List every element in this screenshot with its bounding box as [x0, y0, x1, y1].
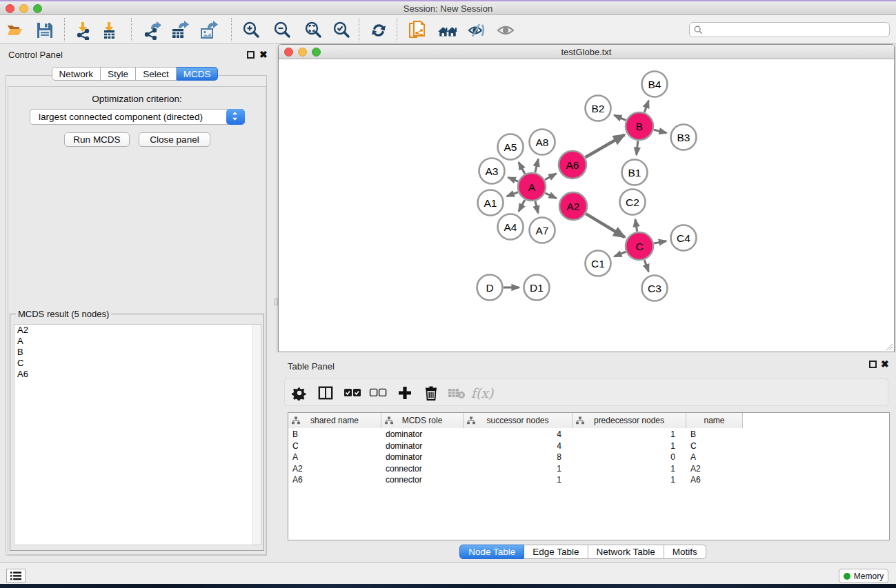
graph-edge-A-A4[interactable]: [519, 200, 525, 212]
cell-shared-name[interactable]: B: [288, 429, 381, 440]
control-tab-network[interactable]: Network: [52, 67, 101, 81]
graph-node-A3[interactable]: A3: [479, 159, 505, 184]
delete-column-button[interactable]: [421, 383, 441, 403]
graph-node-B2[interactable]: B2: [586, 96, 611, 121]
export-table-button[interactable]: [169, 20, 190, 41]
mcds-result-list[interactable]: A2ABCA6: [14, 324, 261, 545]
select-all-rows-button[interactable]: [342, 383, 363, 403]
cell-predecessor-nodes[interactable]: 1: [573, 440, 686, 452]
cell-successor-nodes[interactable]: 4: [464, 429, 573, 440]
graph-node-B[interactable]: B: [626, 112, 653, 140]
show-panels-list-button[interactable]: [6, 569, 26, 582]
delete-table-button[interactable]: [446, 383, 467, 403]
duplicate-network-button[interactable]: [407, 20, 428, 41]
graph-edge-B-B1[interactable]: [637, 141, 638, 154]
criterion-dropdown[interactable]: largest connected component (directed): [30, 109, 245, 125]
mcds-result-item[interactable]: B: [14, 347, 261, 358]
table-tab-motifs[interactable]: Motifs: [664, 545, 706, 559]
zoom-selected-button[interactable]: [331, 20, 352, 41]
column-header-name[interactable]: name: [686, 413, 743, 428]
cell-name[interactable]: C: [686, 440, 743, 452]
search-input[interactable]: [703, 23, 889, 36]
close-panel-icon[interactable]: ✖: [259, 50, 268, 59]
graph-edge-B-B2[interactable]: [614, 115, 626, 120]
save-session-button[interactable]: [34, 20, 55, 41]
cell-predecessor-nodes[interactable]: 1: [573, 474, 686, 485]
graph-node-B4[interactable]: B4: [642, 72, 668, 97]
float-panel-icon[interactable]: [247, 51, 255, 59]
zoom-fit-button[interactable]: [303, 20, 323, 41]
cell-MCDS-role[interactable]: dominator: [381, 452, 464, 463]
zoom-in-button[interactable]: [241, 20, 261, 41]
graph-node-C4[interactable]: C4: [671, 225, 697, 251]
column-header-MCDS-role[interactable]: MCDS role: [381, 413, 464, 428]
graph-node-A5[interactable]: A5: [498, 134, 524, 160]
graph-node-C1[interactable]: C1: [586, 251, 611, 276]
mcds-result-item[interactable]: A6: [14, 369, 261, 380]
close-panel-button[interactable]: Close panel: [139, 132, 210, 147]
cell-name[interactable]: B: [686, 429, 743, 440]
table-row-C[interactable]: Cdominator41C: [288, 440, 889, 452]
cell-predecessor-nodes[interactable]: 1: [573, 463, 686, 474]
table-settings-button[interactable]: [289, 383, 310, 403]
graph-edge-A-A5[interactable]: [519, 162, 525, 174]
clear-selection-button[interactable]: [368, 383, 388, 403]
graph-node-C2[interactable]: C2: [620, 190, 646, 215]
show-column-panel-button[interactable]: [315, 383, 336, 403]
control-tab-style[interactable]: Style: [101, 67, 136, 81]
graph-node-C[interactable]: C: [626, 232, 653, 260]
cell-name[interactable]: A2: [686, 463, 743, 474]
cell-shared-name[interactable]: C: [288, 440, 381, 452]
graph-edge-C-C2[interactable]: [635, 219, 637, 232]
graph-node-D1[interactable]: D1: [524, 275, 550, 301]
graph-node-A4[interactable]: A4: [498, 214, 524, 240]
result-list-scrollbar[interactable]: [252, 325, 261, 545]
table-tab-edge-table[interactable]: Edge Table: [524, 545, 588, 559]
run-mcds-button[interactable]: Run MCDS: [64, 132, 130, 147]
float-table-panel-icon[interactable]: [869, 361, 877, 368]
graph-node-A1[interactable]: A1: [478, 190, 504, 216]
graph-node-A6[interactable]: A6: [559, 151, 586, 179]
graph-edge-A-A2[interactable]: [545, 193, 556, 198]
cell-shared-name[interactable]: A2: [288, 463, 381, 474]
zoom-out-button[interactable]: [272, 20, 292, 41]
graph-edge-B-B4[interactable]: [644, 101, 648, 112]
search-field[interactable]: [689, 22, 890, 37]
graph-node-A2[interactable]: A2: [559, 192, 587, 220]
cell-MCDS-role[interactable]: dominator: [381, 429, 464, 440]
window-resize-grip[interactable]: [886, 343, 893, 350]
mcds-result-item[interactable]: A: [14, 336, 261, 347]
table-row-A2[interactable]: A2connector11A2: [288, 463, 889, 474]
cell-predecessor-nodes[interactable]: 1: [573, 429, 686, 440]
export-network-button[interactable]: [141, 20, 162, 41]
refresh-network-button[interactable]: [368, 20, 389, 41]
graph-node-A8[interactable]: A8: [530, 130, 555, 155]
network-graph-canvas[interactable]: AA1A3A5A8A4A7A6A2BB2B4B3B1CC2C4C1C3DD1: [279, 60, 894, 352]
graph-edge-C-C4[interactable]: [654, 241, 666, 243]
hide-selected-button[interactable]: [467, 20, 488, 41]
graph-node-A7[interactable]: A7: [530, 218, 555, 243]
memory-button[interactable]: Memory: [839, 569, 888, 583]
cell-MCDS-role[interactable]: connector: [381, 474, 464, 485]
column-header-shared-name[interactable]: shared name: [288, 413, 381, 428]
column-header-successor-nodes[interactable]: successor nodes: [464, 413, 573, 428]
graph-edge-A-A6[interactable]: [545, 174, 556, 180]
show-selected-button[interactable]: [495, 20, 516, 41]
graph-node-B3[interactable]: B3: [671, 125, 697, 150]
graph-edge-C-C1[interactable]: [615, 252, 626, 256]
cell-name[interactable]: A6: [686, 474, 743, 485]
open-session-button[interactable]: [5, 20, 26, 41]
graph-node-C3[interactable]: C3: [642, 276, 668, 301]
cell-name[interactable]: A: [686, 452, 743, 463]
graph-edge-A6-B[interactable]: [586, 134, 625, 157]
graph-edge-A2-C[interactable]: [586, 214, 624, 237]
export-image-button[interactable]: [198, 20, 219, 41]
node-table[interactable]: shared nameMCDS rolesuccessor nodesprede…: [288, 412, 890, 540]
graph-node-A[interactable]: A: [518, 173, 546, 201]
graph-edge-C-C3[interactable]: [644, 260, 648, 272]
cell-successor-nodes[interactable]: 4: [464, 440, 573, 452]
graph-edge-A-A7[interactable]: [535, 201, 538, 213]
graph-edge-B-B3[interactable]: [654, 130, 666, 133]
column-header-predecessor-nodes[interactable]: predecessor nodes: [573, 413, 686, 428]
cell-shared-name[interactable]: A6: [288, 474, 381, 485]
